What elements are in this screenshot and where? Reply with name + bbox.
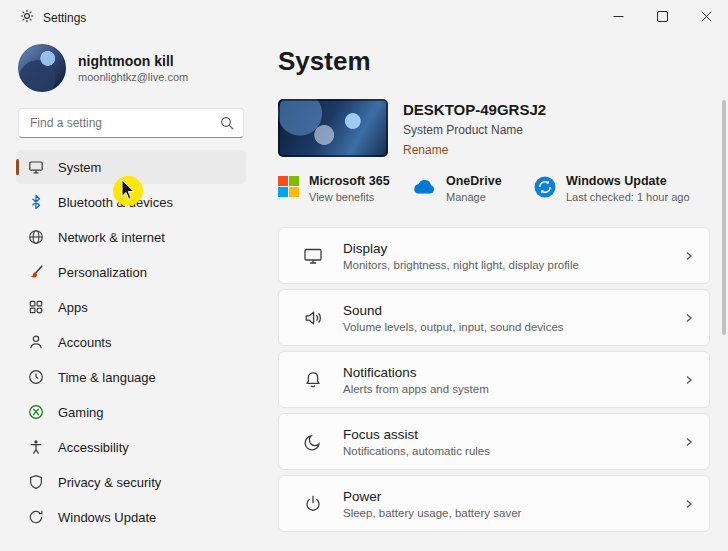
sidebar-item-privacy-security[interactable]: Privacy & security <box>16 465 246 499</box>
sidebar-item-system[interactable]: System <box>16 150 246 184</box>
card-power[interactable]: Power Sleep, battery usage, battery save… <box>278 475 710 532</box>
card-text: Sound Volume levels, output, input, soun… <box>343 303 683 333</box>
sidebar-item-label: Windows Update <box>58 510 156 525</box>
card-sound[interactable]: Sound Volume levels, output, input, soun… <box>278 289 710 346</box>
sidebar-item-label: System <box>58 160 101 175</box>
quick-links: Microsoft 365 View benefits OneDrive Man… <box>278 174 710 203</box>
shield-icon <box>28 474 44 490</box>
device-image <box>278 99 388 157</box>
speaker-icon <box>303 308 325 328</box>
sidebar-item-gaming[interactable]: Gaming <box>16 395 246 429</box>
card-text: Display Monitors, brightness, night ligh… <box>343 241 683 271</box>
chevron-right-icon <box>683 498 695 510</box>
windows-update-icon <box>534 176 556 202</box>
sidebar-item-label: Bluetooth & devices <box>58 195 173 210</box>
quick-link-text: Windows Update Last checked: 1 hour ago <box>566 174 690 203</box>
sidebar-item-label: Gaming <box>58 405 104 420</box>
quick-link-title: OneDrive <box>446 174 502 189</box>
settings-gear-icon <box>20 9 34 27</box>
device-info: DESKTOP-49GRSJ2 System Product Name Rena… <box>403 99 546 158</box>
search-box <box>18 108 244 138</box>
quick-link-text: OneDrive Manage <box>446 174 502 203</box>
apps-icon <box>28 299 44 315</box>
maximize-button[interactable] <box>640 0 684 32</box>
card-text: Power Sleep, battery usage, battery save… <box>343 489 683 519</box>
chevron-right-icon <box>683 436 695 448</box>
sidebar-item-label: Accessibility <box>58 440 129 455</box>
bell-icon <box>303 370 325 390</box>
update-arrows-icon <box>28 509 44 525</box>
card-text: Focus assist Notifications, automatic ru… <box>343 427 683 457</box>
rename-link[interactable]: Rename <box>403 143 448 157</box>
titlebar: Settings <box>0 0 728 32</box>
card-subtitle: Monitors, brightness, night light, displ… <box>343 259 683 271</box>
card-title: Notifications <box>343 365 683 380</box>
card-text: Notifications Alerts from apps and syste… <box>343 365 683 395</box>
chevron-right-icon <box>683 374 695 386</box>
scrollbar-thumb[interactable] <box>722 100 726 335</box>
main-content: System DESKTOP-49GRSJ2 System Product Na… <box>278 32 710 551</box>
sidebar-item-label: Network & internet <box>58 230 165 245</box>
card-focus-assist[interactable]: Focus assist Notifications, automatic ru… <box>278 413 710 470</box>
quick-link-subtitle: Manage <box>446 191 502 203</box>
card-display[interactable]: Display Monitors, brightness, night ligh… <box>278 227 710 284</box>
onedrive-cloud-icon <box>410 178 436 199</box>
sidebar-item-windows-update[interactable]: Windows Update <box>16 500 246 534</box>
quick-link-title: Windows Update <box>566 174 690 189</box>
chevron-right-icon <box>683 250 695 262</box>
card-title: Display <box>343 241 683 256</box>
xbox-icon <box>28 404 44 420</box>
person-icon <box>28 334 44 350</box>
microsoft-365-icon <box>278 176 299 201</box>
sidebar-item-label: Personalization <box>58 265 147 280</box>
quick-link-subtitle: Last checked: 1 hour ago <box>566 191 690 203</box>
user-name: nightmoon kill <box>78 53 188 70</box>
settings-cards: Display Monitors, brightness, night ligh… <box>278 227 710 532</box>
card-title: Power <box>343 489 683 504</box>
card-subtitle: Sleep, battery usage, battery saver <box>343 507 683 519</box>
settings-window: Settings nightmoon kill moonlightkz@live… <box>0 0 728 551</box>
minimize-button[interactable] <box>596 0 640 32</box>
sidebar-item-accounts[interactable]: Accounts <box>16 325 246 359</box>
sidebar-item-network-internet[interactable]: Network & internet <box>16 220 246 254</box>
window-controls <box>596 0 728 32</box>
quick-link-microsoft-365[interactable]: Microsoft 365 View benefits <box>278 174 410 203</box>
page-title: System <box>278 46 710 77</box>
chevron-right-icon <box>683 312 695 324</box>
crescent-moon-icon <box>303 432 325 452</box>
power-icon <box>303 494 325 514</box>
close-button[interactable] <box>684 0 728 32</box>
device-product-name: System Product Name <box>403 123 546 137</box>
sidebar-item-time-language[interactable]: Time & language <box>16 360 246 394</box>
card-title: Focus assist <box>343 427 683 442</box>
quick-link-text: Microsoft 365 View benefits <box>309 174 390 203</box>
device-name: DESKTOP-49GRSJ2 <box>403 101 546 118</box>
sidebar-item-accessibility[interactable]: Accessibility <box>16 430 246 464</box>
avatar <box>18 44 66 92</box>
sidebar-item-bluetooth-devices[interactable]: Bluetooth & devices <box>16 185 246 219</box>
system-icon <box>28 159 44 175</box>
sidebar-item-apps[interactable]: Apps <box>16 290 246 324</box>
quick-link-onedrive[interactable]: OneDrive Manage <box>410 174 534 203</box>
quick-link-windows-update[interactable]: Windows Update Last checked: 1 hour ago <box>534 174 690 203</box>
card-notifications[interactable]: Notifications Alerts from apps and syste… <box>278 351 710 408</box>
sidebar-item-label: Time & language <box>58 370 156 385</box>
search-input[interactable] <box>18 108 244 138</box>
device-section: DESKTOP-49GRSJ2 System Product Name Rena… <box>278 99 710 158</box>
card-subtitle: Alerts from apps and system <box>343 383 683 395</box>
sidebar-item-label: Privacy & security <box>58 475 161 490</box>
card-subtitle: Volume levels, output, input, sound devi… <box>343 321 683 333</box>
paintbrush-icon <box>28 264 44 280</box>
sidebar-item-personalization[interactable]: Personalization <box>16 255 246 289</box>
sidebar-item-label: Apps <box>58 300 88 315</box>
sidebar: nightmoon kill moonlightkz@live.com Syst… <box>0 32 262 551</box>
scrollbar[interactable] <box>722 100 726 547</box>
globe-icon <box>28 229 44 245</box>
card-subtitle: Notifications, automatic rules <box>343 445 683 457</box>
display-icon <box>303 246 325 266</box>
user-email: moonlightkz@live.com <box>78 71 188 83</box>
user-profile[interactable]: nightmoon kill moonlightkz@live.com <box>16 38 246 104</box>
accessibility-icon <box>28 439 44 455</box>
sidebar-nav: System Bluetooth & devices Network & int… <box>16 150 246 534</box>
quick-link-title: Microsoft 365 <box>309 174 390 189</box>
